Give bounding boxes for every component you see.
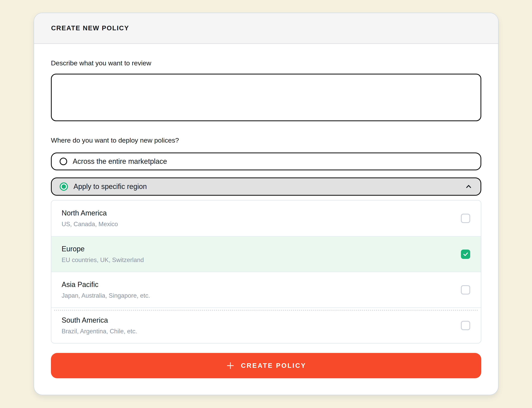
- deploy-label: Where do you want to deploy new polices?: [51, 136, 481, 144]
- region-description: EU countries, UK, Switzerland: [62, 256, 144, 264]
- region-name: Asia Pacific: [62, 280, 150, 289]
- create-policy-label: CREATE POLICY: [241, 362, 306, 369]
- option-entire-marketplace[interactable]: Across the entire marketplace: [51, 153, 481, 170]
- describe-label: Describe what you want to review: [51, 59, 481, 67]
- region-text: Europe EU countries, UK, Switzerland: [62, 245, 144, 264]
- region-description: Brazil, Argentina, Chile, etc.: [62, 328, 137, 335]
- radio-selected-icon[interactable]: [60, 182, 68, 191]
- region-description: Japan, Australia, Singapore, etc.: [62, 292, 150, 299]
- checkbox-unchecked-icon[interactable]: [461, 214, 470, 223]
- create-policy-button[interactable]: CREATE POLICY: [51, 353, 481, 378]
- region-row-asia-pacific[interactable]: Asia Pacific Japan, Australia, Singapore…: [51, 272, 481, 307]
- describe-textarea[interactable]: [51, 74, 481, 121]
- region-name: Europe: [62, 245, 144, 253]
- region-name: North America: [62, 209, 118, 217]
- region-row-europe[interactable]: Europe EU countries, UK, Switzerland: [51, 236, 481, 272]
- radio-unselected-icon[interactable]: [60, 158, 67, 165]
- region-description: US, Canada, Mexico: [62, 221, 118, 228]
- region-name: South America: [62, 316, 137, 324]
- region-text: North America US, Canada, Mexico: [62, 209, 118, 228]
- card-header: CREATE NEW POLICY: [34, 13, 498, 44]
- page-title: CREATE NEW POLICY: [51, 24, 129, 32]
- create-policy-card: CREATE NEW POLICY Describe what you want…: [34, 13, 498, 395]
- option-label: Across the entire marketplace: [73, 157, 167, 166]
- option-label: Apply to specific region: [74, 182, 147, 191]
- card-body: Describe what you want to review Where d…: [34, 59, 498, 394]
- region-row-south-america[interactable]: South America Brazil, Argentina, Chile, …: [51, 307, 481, 343]
- checkbox-unchecked-icon[interactable]: [461, 285, 470, 295]
- checkbox-checked-icon[interactable]: [461, 250, 470, 259]
- chevron-up-icon[interactable]: [465, 183, 473, 191]
- region-row-north-america[interactable]: North America US, Canada, Mexico: [51, 200, 481, 236]
- plus-icon: [226, 361, 235, 370]
- region-list: North America US, Canada, Mexico Europe …: [51, 200, 481, 343]
- option-specific-region[interactable]: Apply to specific region: [51, 178, 481, 196]
- region-text: South America Brazil, Argentina, Chile, …: [62, 316, 137, 335]
- checkbox-unchecked-icon[interactable]: [461, 321, 470, 330]
- region-text: Asia Pacific Japan, Australia, Singapore…: [62, 280, 150, 299]
